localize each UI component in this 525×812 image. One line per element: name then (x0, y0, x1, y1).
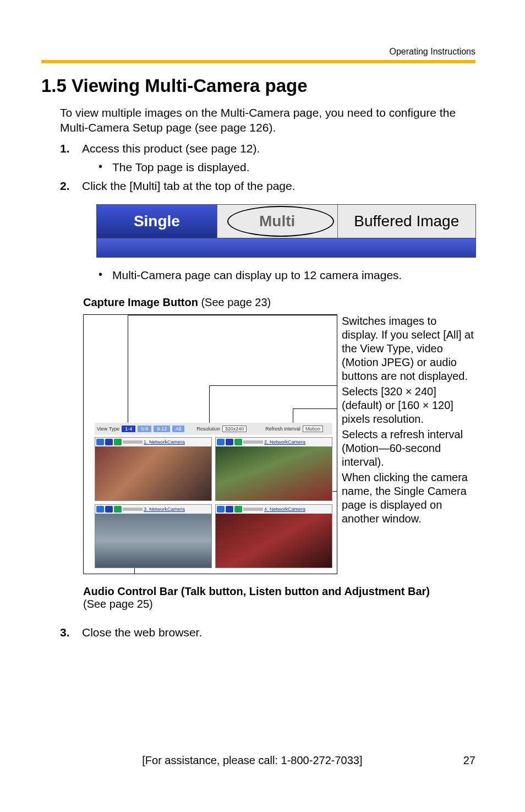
section-title: 1.5 Viewing Multi-Camera page (41, 75, 475, 96)
viewtype-5-8-button[interactable]: 5-8 (138, 426, 151, 432)
tabs-figure: Single Multi Buffered Image (96, 204, 476, 258)
capture-icon[interactable] (96, 439, 104, 445)
camera-2-name-link[interactable]: 2. NetworkCamera (264, 439, 305, 445)
talk-icon[interactable] (226, 506, 233, 513)
audio-caption-bold: Audio Control Bar (Talk button, Listen b… (83, 585, 430, 597)
bullet-dot-icon: • (99, 160, 102, 175)
listen-icon[interactable] (114, 439, 122, 445)
callout-resolution: Selects [320 × 240] (default) or [160 × … (342, 385, 475, 426)
capture-image-caption-bold: Capture Image Button (83, 296, 198, 308)
multi-toolbar: View Type 1-4 5-8 9-12 All Resolution 32… (95, 423, 332, 435)
callout-viewtype: Switches images to display. If you selec… (342, 314, 475, 383)
bullet-dot-icon: • (99, 268, 102, 283)
capture-icon[interactable] (217, 506, 225, 513)
step-3-number: 3. (60, 625, 74, 640)
listen-icon[interactable] (114, 506, 122, 513)
tabs-row: Single Multi Buffered Image (96, 204, 476, 238)
capture-image-caption-rest: (See page 23) (198, 296, 271, 308)
camera-1-name-link[interactable]: 1. NetworkCamera (144, 439, 185, 445)
callout-line (128, 315, 337, 315)
viewtype-all-button[interactable]: All (172, 426, 184, 432)
camera-4-image (216, 514, 332, 568)
capture-icon[interactable] (217, 439, 225, 445)
step-2-number: 2. (60, 178, 74, 194)
camera-3-image (95, 514, 211, 568)
tab-buffered-image[interactable]: Buffered Image (338, 205, 475, 238)
step-2-subbullet: • Multi-Camera page can display up to 12… (99, 268, 475, 283)
step-1: 1. Access this product (see page 12). (60, 141, 475, 156)
viewtype-9-12-button[interactable]: 9-12 (154, 426, 170, 432)
camera-tile-3: 3. NetworkCamera (95, 504, 212, 568)
tabs-underbar (96, 238, 476, 258)
step-3: 3. Close the web browser. (60, 625, 475, 640)
callout-refresh: Selects a refresh interval (Motion—60-se… (342, 428, 475, 469)
camera-3-name-link[interactable]: 3. NetworkCamera (144, 506, 185, 512)
talk-icon[interactable] (226, 439, 233, 445)
capture-icon[interactable] (96, 506, 104, 513)
camera-grid: 1. NetworkCamera 2. NetworkCamera (95, 437, 332, 568)
step-3-text: Close the web browser. (82, 625, 202, 640)
camera-tile-4: 4. NetworkCamera (215, 504, 332, 568)
step-2-text: Click the [Multi] tab at the top of the … (82, 178, 296, 194)
step-1-sub-text: The Top page is displayed. (112, 160, 249, 175)
step-2: 2. Click the [Multi] tab at the top of t… (60, 178, 475, 194)
header-rule (41, 60, 475, 63)
page-footer: [For assistance, please call: 1-800-272-… (0, 754, 525, 767)
refresh-select[interactable]: Motion (303, 426, 323, 432)
talk-icon[interactable] (105, 439, 113, 445)
viewtype-1-4-button[interactable]: 1-4 (122, 426, 135, 432)
listen-icon[interactable] (234, 439, 242, 445)
callout-line (128, 315, 128, 426)
camera-tile-1: 1. NetworkCamera (95, 437, 212, 501)
volume-slider[interactable] (123, 440, 143, 444)
volume-slider[interactable] (123, 508, 143, 511)
camera-2-controlbar: 2. NetworkCamera (216, 438, 332, 446)
camera-2-image (216, 446, 332, 500)
multi-camera-figure: View Type 1-4 5-8 9-12 All Resolution 32… (83, 314, 337, 574)
camera-3-controlbar: 3. NetworkCamera (95, 505, 211, 514)
audio-caption-rest: (See page 25) (83, 598, 153, 610)
figure-callouts: Switches images to display. If you selec… (342, 314, 475, 574)
talk-icon[interactable] (105, 506, 113, 513)
camera-tile-2: 2. NetworkCamera (215, 437, 332, 501)
callout-line (209, 385, 210, 426)
viewtype-label: View Type (97, 426, 119, 432)
tab-buffered-label: Buffered Image (354, 212, 459, 230)
tab-multi-highlight-oval (227, 206, 334, 237)
tab-single[interactable]: Single (97, 205, 217, 238)
footer-page-number: 27 (463, 754, 475, 767)
footer-assistance: [For assistance, please call: 1-800-272-… (41, 754, 463, 767)
refresh-label: Refresh Interval (265, 426, 300, 432)
camera-1-controlbar: 1. NetworkCamera (95, 438, 211, 446)
tab-single-label: Single (134, 212, 180, 230)
camera-4-name-link[interactable]: 4. NetworkCamera (264, 506, 305, 512)
tab-multi[interactable]: Multi (217, 205, 338, 238)
resolution-label: Resolution (196, 426, 220, 432)
volume-slider[interactable] (243, 508, 263, 511)
step-1-text: Access this product (see page 12). (82, 141, 260, 156)
camera-4-controlbar: 4. NetworkCamera (216, 505, 332, 514)
callout-line (209, 385, 337, 386)
capture-image-caption: Capture Image Button (See page 23) (83, 296, 475, 309)
step-2-sub-text: Multi-Camera page can display up to 12 c… (112, 268, 402, 283)
running-head: Operating Instructions (41, 47, 475, 57)
audio-control-caption: Audio Control Bar (Talk button, Listen b… (83, 585, 475, 611)
step-1-subbullet: • The Top page is displayed. (99, 160, 475, 175)
camera-1-image (95, 446, 211, 500)
listen-icon[interactable] (234, 506, 242, 513)
volume-slider[interactable] (243, 440, 263, 444)
step-1-number: 1. (60, 141, 74, 156)
intro-paragraph: To view multiple images on the Multi-Cam… (60, 105, 475, 135)
resolution-select[interactable]: 320x240 (222, 426, 247, 432)
callout-camera-name: When clicking the camera name, the Singl… (342, 471, 475, 526)
callout-line (293, 408, 337, 409)
